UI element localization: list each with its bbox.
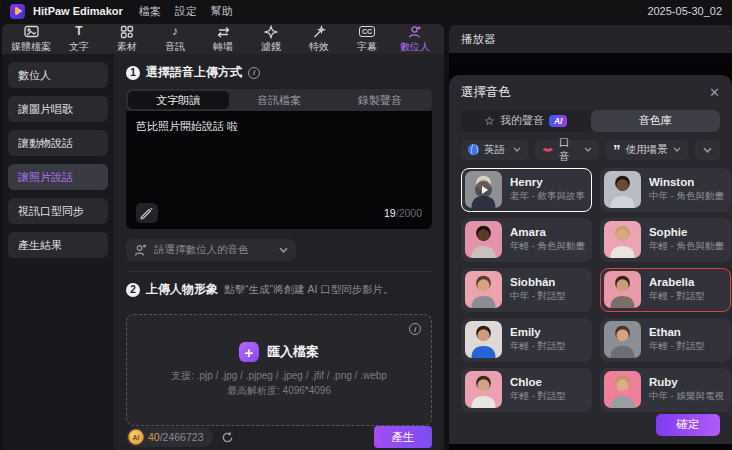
more-filters-dropdown[interactable] [695, 140, 720, 160]
play-icon[interactable] [465, 171, 502, 208]
main-bottom-bar: AI 40/2466723 產生 [126, 426, 432, 448]
media-icon [24, 24, 39, 39]
step1-header: 1 選擇語音上傳方式 i [126, 64, 432, 81]
voice-card-ethan[interactable]: Ethan年輕 - 對話型 [600, 318, 731, 362]
voice-card-chloe[interactable]: Chloe年輕 - 對話型 [461, 368, 592, 412]
transition-icon [216, 24, 231, 39]
main-panel: 1 選擇語音上傳方式 i 文字朗讀 音訊檔案 錄製聲音 芭比照片開始說話 啦 [114, 54, 444, 450]
star-icon: ☆ [484, 114, 495, 128]
lips-icon [542, 146, 554, 154]
char-counter: 19/2000 [384, 207, 422, 219]
sidebar-item-lip-sync[interactable]: 視訊口型同步 [8, 198, 108, 224]
voice-person-icon [134, 244, 147, 257]
avatar [604, 321, 641, 358]
tab-voice-library[interactable]: 音色庫 [591, 110, 721, 132]
titlebar: HitPaw Edimakor 檔案 設定 幫助 2025-05-30_02 [0, 0, 732, 22]
voice-card-ruby[interactable]: Ruby中年 - 娛樂與電視 [600, 368, 731, 412]
menu-help[interactable]: 幫助 [211, 4, 233, 19]
feature-sidebar: 數位人 讓圖片唱歌 讓動物說話 讓照片說話 視訊口型同步 產生結果 [2, 54, 114, 450]
voice-library-tabs: ☆ 我的聲音 AI 音色庫 [461, 110, 720, 132]
avatar [465, 171, 502, 208]
voice-card-emily[interactable]: Emily年輕 - 對話型 [461, 318, 592, 362]
tool-media[interactable]: 媒體檔案 [8, 24, 54, 54]
avatar [604, 271, 641, 308]
quote-icon: ” [613, 146, 621, 154]
close-icon[interactable]: ✕ [709, 86, 720, 99]
step1-info-icon[interactable]: i [248, 67, 260, 79]
section-divider [126, 271, 432, 272]
chevron-down-icon [703, 147, 712, 153]
sidebar-item-results[interactable]: 產生結果 [8, 232, 108, 258]
plus-icon: + [239, 342, 259, 362]
avatar [465, 221, 502, 258]
voice-card-amara[interactable]: Amara年輕 - 角色與動畫 [461, 218, 592, 262]
ai-rewrite-button[interactable] [136, 203, 158, 223]
tab-record-voice[interactable]: 錄製聲音 [329, 91, 430, 109]
chevron-down-icon [513, 147, 521, 152]
subtitle-icon: CC [359, 24, 375, 39]
tab-text-to-speech[interactable]: 文字朗讀 [128, 91, 229, 109]
sidebar-item-animal-talk[interactable]: 讓動物說話 [8, 130, 108, 156]
supported-formats: 支援: .pjp / .jpg / .pjpeg / .jpeg / .jfif… [171, 368, 387, 398]
refresh-credits-button[interactable] [221, 431, 234, 444]
credits-pill: AI 40/2466723 [126, 427, 213, 447]
avatar [465, 371, 502, 408]
app-window: HitPaw Edimakor 檔案 設定 幫助 2025-05-30_02 媒… [0, 0, 732, 450]
import-info-icon[interactable]: i [409, 323, 421, 335]
app-logo-icon [10, 4, 25, 19]
sidebar-item-digital-human[interactable]: 數位人 [8, 62, 108, 88]
chevron-down-icon [279, 247, 288, 253]
voice-card-henry[interactable]: Henry老年 - 敘事與故事 [461, 168, 592, 212]
menu-file[interactable]: 檔案 [139, 4, 161, 19]
voice-card-sophie[interactable]: Sophie年輕 - 角色與動畫 [600, 218, 731, 262]
voice-selection-panel: 選擇音色 ✕ ☆ 我的聲音 AI 音色庫 英語 [449, 75, 732, 444]
scenario-filter-dropdown[interactable]: ” 使用場景 [606, 140, 688, 160]
avatar [604, 221, 641, 258]
project-date-label: 2025-05-30_02 [647, 5, 722, 17]
voice-card-siobhan[interactable]: Siobhán中年 - 對話型 [461, 268, 592, 312]
voice-card-winston[interactable]: Winston中年 - 角色與動畫 [600, 168, 731, 212]
filter-icon [264, 24, 278, 39]
voice-dropdown-placeholder: 請選擇數位人的音色 [154, 243, 272, 257]
elements-icon [120, 24, 134, 39]
sidebar-item-photo-talk[interactable]: 讓照片說話 [8, 164, 108, 190]
tab-audio-file[interactable]: 音訊檔案 [229, 91, 330, 109]
accent-filter-dropdown[interactable]: 口音 [535, 140, 599, 160]
avatar [465, 321, 502, 358]
sidebar-item-photo-sing[interactable]: 讓圖片唱歌 [8, 96, 108, 122]
ai-coin-icon: AI [128, 429, 144, 445]
menubar: 檔案 設定 幫助 [139, 4, 233, 19]
tool-elements[interactable]: 素材 [104, 24, 150, 54]
voice-card-arabella[interactable]: Arabella年輕 - 對話型 [600, 268, 731, 312]
voice-filters: 英語 口音 ” 使用場景 [461, 140, 720, 160]
import-file-label: 匯入檔案 [267, 343, 319, 361]
step1-title: 選擇語音上傳方式 [146, 64, 242, 81]
voice-source-tabs: 文字朗讀 音訊檔案 錄製聲音 [126, 89, 432, 111]
tool-text[interactable]: T 文字 [56, 24, 102, 54]
audio-icon: ♪ [172, 24, 178, 39]
avatar [604, 371, 641, 408]
tool-audio[interactable]: ♪ 音訊 [152, 24, 198, 54]
menu-settings[interactable]: 設定 [175, 4, 197, 19]
digital-voice-dropdown[interactable]: 請選擇數位人的音色 [126, 239, 296, 261]
speech-text-input[interactable]: 芭比照片開始說話 啦 [136, 119, 422, 203]
effects-icon [312, 24, 326, 39]
speech-text-box: 芭比照片開始說話 啦 19/2000 [126, 111, 432, 229]
tab-my-voice[interactable]: ☆ 我的聲音 AI [461, 110, 591, 132]
ai-badge: AI [549, 115, 568, 127]
toolbar: 媒體檔案 T 文字 素材 ♪ 音訊 [2, 24, 444, 54]
digital-human-icon [408, 24, 422, 39]
magic-pen-icon [140, 207, 154, 220]
globe-icon [468, 144, 479, 155]
confirm-button[interactable]: 確定 [656, 414, 720, 436]
tool-transition[interactable]: 轉場 [200, 24, 246, 54]
tool-filter[interactable]: 濾鏡 [248, 24, 294, 54]
tool-effects[interactable]: 特效 [296, 24, 342, 54]
language-filter-dropdown[interactable]: 英語 [461, 140, 528, 160]
tool-digital-human[interactable]: 數位人 [392, 24, 438, 54]
player-title: 播放器 [449, 25, 732, 53]
tool-subtitle[interactable]: CC 字幕 [344, 24, 390, 54]
import-dropzone[interactable]: i + 匯入檔案 支援: .pjp / .jpg / .pjpeg / .jpe… [126, 314, 432, 426]
generate-button[interactable]: 產生 [374, 426, 432, 448]
avatar [604, 171, 641, 208]
